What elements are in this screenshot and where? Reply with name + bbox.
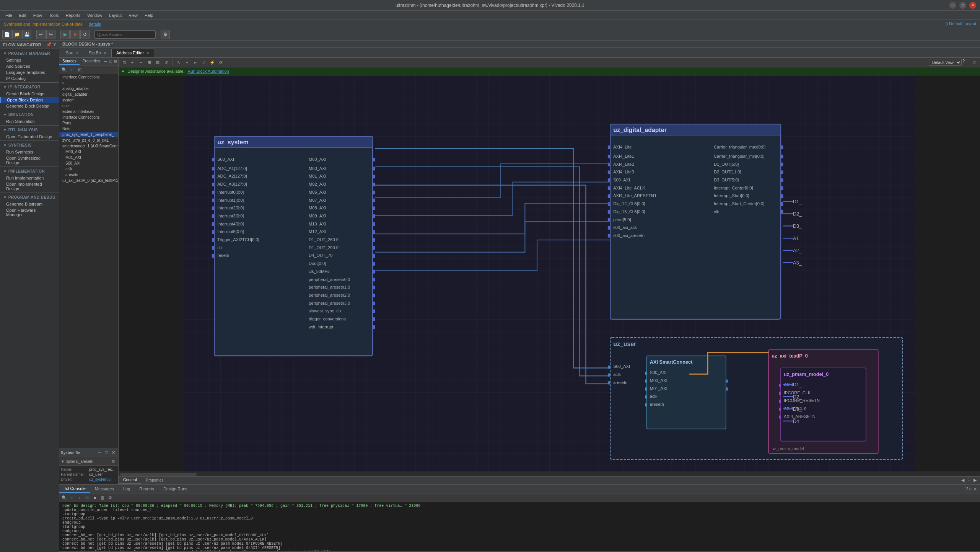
- pointer-icon[interactable]: ↖: [175, 59, 182, 66]
- nav-run-simulation[interactable]: Run Simulation: [0, 118, 59, 124]
- section-simulation[interactable]: ▼ SIMULATION: [0, 111, 59, 118]
- minimize-button[interactable]: ─: [949, 2, 956, 9]
- add-ip-icon[interactable]: +: [183, 59, 191, 66]
- tcl-down-icon[interactable]: ↓: [76, 494, 83, 501]
- zoom-in-icon[interactable]: +: [129, 59, 136, 66]
- fit-window-icon[interactable]: ⊠: [154, 59, 161, 66]
- menu-tools[interactable]: Tools: [46, 12, 62, 18]
- bd-item-interface-connections-2[interactable]: Interface Connections: [59, 114, 118, 120]
- bd-item-system[interactable]: system: [59, 97, 118, 103]
- bd-item-user[interactable]: user: [59, 103, 118, 109]
- bd-item-interface-connections[interactable]: Interface Connections: [59, 74, 118, 80]
- nav-open-implemented[interactable]: Open Implemented Design: [0, 181, 59, 192]
- tab-sigbo[interactable]: Sig Bo ✕: [84, 49, 111, 57]
- run-button[interactable]: ▶: [60, 30, 70, 39]
- bd-item-s00-axi[interactable]: S00_AXI: [59, 160, 118, 166]
- bd-plus-icon[interactable]: +: [68, 66, 75, 73]
- menu-window[interactable]: Window: [84, 12, 105, 18]
- section-implementation[interactable]: ▼ IMPLEMENTATION: [0, 168, 59, 175]
- section-ip-integrator[interactable]: ▼ IP INTEGRATOR: [0, 83, 59, 91]
- section-project-manager[interactable]: ▼ PROJECT MANAGER: [0, 50, 59, 57]
- tcl-search-icon[interactable]: 🔍: [61, 494, 68, 501]
- menu-help[interactable]: Help: [142, 12, 156, 18]
- bd-item-analog-adapter[interactable]: analog_adapter: [59, 86, 118, 91]
- tcl-clear-icon[interactable]: 🗑: [99, 494, 106, 501]
- bd-general-tab[interactable]: General: [119, 477, 142, 483]
- open-button[interactable]: 📁: [12, 30, 21, 39]
- menu-flow[interactable]: Flow: [30, 12, 45, 18]
- bottom-help-icon[interactable]: ?: [965, 486, 968, 492]
- bd-minimize-icon[interactable]: ─: [103, 58, 108, 65]
- tab-messages[interactable]: Messages: [90, 485, 119, 493]
- system-ne-minimize[interactable]: ─: [96, 449, 103, 456]
- bd-item-s[interactable]: s: [59, 80, 118, 86]
- tcl-settings2-icon[interactable]: ⚙: [107, 494, 114, 501]
- close-button[interactable]: ✕: [969, 2, 976, 9]
- section-program-debug[interactable]: ▼ PROGRAM AND DEBUG: [0, 194, 59, 201]
- restart-button[interactable]: ↺: [80, 30, 90, 39]
- bd-next-page[interactable]: ▶: [972, 477, 978, 484]
- nav-create-block-design[interactable]: Create Block Design: [0, 91, 59, 97]
- nav-generate-block-design[interactable]: Generate Block Design: [0, 103, 59, 109]
- horizontal-scrollbar[interactable]: [119, 472, 980, 476]
- add-wire-icon[interactable]: ⌐: [192, 59, 199, 66]
- regenerate-icon[interactable]: ⟳: [217, 59, 225, 66]
- nav-run-implementation[interactable]: Run Implementation: [0, 175, 59, 181]
- menu-file[interactable]: File: [2, 12, 15, 18]
- autoconnect-icon[interactable]: ⚡: [208, 59, 216, 66]
- nav-settings[interactable]: Settings: [0, 57, 59, 63]
- nav-ip-catalog[interactable]: IP Catalog: [0, 75, 59, 82]
- bd-expand-icon[interactable]: □: [108, 58, 113, 65]
- tab-address-editor[interactable]: Address Editor ✕: [111, 49, 154, 57]
- tab-tcl-console[interactable]: Tcl Console: [59, 485, 90, 493]
- nav-help-icon[interactable]: ?: [53, 42, 56, 47]
- zoom-out-icon[interactable]: −: [137, 59, 145, 66]
- bd-item-digital-adapter[interactable]: digital_adapter: [59, 91, 118, 97]
- bd-item-aclk[interactable]: aclk: [59, 166, 118, 172]
- bd-settings-icon[interactable]: ⚙: [113, 58, 118, 65]
- bd-item-zynq[interactable]: zynq_ultra_ps_e_0_pl_clk1: [59, 137, 118, 143]
- bd-tab-sources[interactable]: Sources: [59, 58, 80, 65]
- bd-item-nets[interactable]: Nets: [59, 126, 118, 132]
- new-button[interactable]: 📄: [2, 30, 11, 39]
- nav-open-synthesized[interactable]: Open Synthesized Design: [0, 155, 59, 166]
- system-ne-expand[interactable]: □: [103, 449, 110, 456]
- zoom-area-icon[interactable]: ⊞: [145, 59, 153, 66]
- stop-button[interactable]: ■: [70, 30, 80, 39]
- refresh-icon[interactable]: ↺: [162, 59, 170, 66]
- tcl-pause-icon[interactable]: ⏸: [84, 494, 91, 501]
- tcl-stop-icon[interactable]: ■: [91, 494, 98, 501]
- close-tab-sources[interactable]: ✕: [76, 51, 79, 55]
- menu-view[interactable]: View: [125, 12, 141, 18]
- bd-item-m00-axi[interactable]: M00_AXI: [59, 149, 118, 155]
- menu-reports[interactable]: Reports: [63, 12, 84, 18]
- bd-item-aresetn[interactable]: aresetn: [59, 172, 118, 178]
- quick-access-input[interactable]: [94, 30, 156, 39]
- tab-reports[interactable]: Reports: [135, 485, 159, 493]
- save-button[interactable]: 💾: [22, 30, 31, 39]
- section-rtl-analysis[interactable]: ▼ RTL ANALYSIS: [0, 126, 59, 134]
- nav-add-sources[interactable]: Add Sources: [0, 63, 59, 69]
- bd-properties-tab[interactable]: Properties: [142, 477, 168, 483]
- menu-layout[interactable]: Layout: [106, 12, 125, 18]
- tab-sources[interactable]: Sou ✕: [61, 49, 84, 57]
- nav-generate-bitstream[interactable]: Generate Bitstream: [0, 201, 59, 207]
- h-scroll-thumb[interactable]: [120, 473, 197, 476]
- bd-expand-all-icon[interactable]: ⊞: [76, 66, 83, 73]
- system-ne-settings[interactable]: ⚙: [110, 458, 117, 465]
- close-tab-sigbo[interactable]: ✕: [103, 51, 106, 55]
- nav-open-block-design[interactable]: Open Block Design: [0, 97, 59, 103]
- default-layout-button[interactable]: ⊞ Default Layout: [944, 21, 976, 26]
- tcl-up-icon[interactable]: ↑: [68, 494, 75, 501]
- tab-log[interactable]: Log: [119, 485, 135, 493]
- system-ne-close[interactable]: ✕: [110, 449, 117, 456]
- validate-icon[interactable]: ✓: [200, 59, 208, 66]
- undo-button[interactable]: ↩: [36, 30, 46, 39]
- bottom-close-icon[interactable]: ✕: [973, 487, 977, 492]
- run-block-automation-link[interactable]: Run Block Automation: [187, 69, 229, 73]
- redo-button[interactable]: ↪: [46, 30, 55, 39]
- nav-run-synthesis[interactable]: Run Synthesis: [0, 149, 59, 155]
- view-select[interactable]: Default View: [929, 59, 962, 66]
- close-tab-address-editor[interactable]: ✕: [146, 51, 149, 55]
- bd-item-ports[interactable]: Ports: [59, 120, 118, 126]
